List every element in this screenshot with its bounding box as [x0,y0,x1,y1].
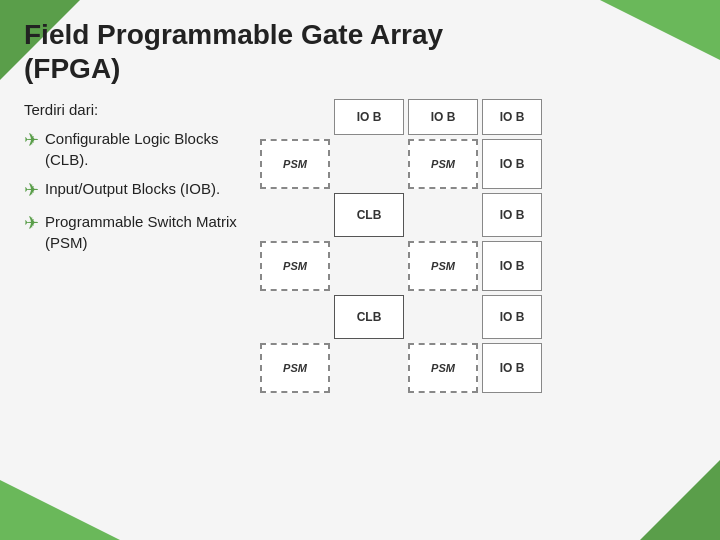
bullet-icon-iob: ✈ [24,178,39,203]
bullet-icon-clb: ✈ [24,128,39,153]
main-body: Terdiri dari: ✈ Configurable Logic Block… [24,99,696,526]
bullet-icon-psm: ✈ [24,211,39,236]
bullet-item-psm: ✈ Programmable Switch Matrix (PSM) [24,211,244,253]
iob-r1c4: IO B [482,99,542,135]
psm-r2c3: PSM [408,139,478,189]
content-area: Field Programmable Gate Array (FPGA) Ter… [0,0,720,540]
grid-r3c3-empty [408,193,478,237]
right-panel: IO B IO B IO B PSM PSM IO B CLB IO B PSM [260,99,696,526]
iob-r2c4: IO B [482,139,542,189]
psm-r4c1: PSM [260,241,330,291]
grid-r4c2-empty [334,241,404,291]
title-line2: (FPGA) [24,53,120,84]
psm-r2c1: PSM [260,139,330,189]
grid-r5c1-empty [260,295,330,339]
title-line1: Field Programmable Gate Array [24,19,443,50]
iob-r1c2: IO B [334,99,404,135]
clb-r3c2: CLB [334,193,404,237]
bullet-text-psm: Programmable Switch Matrix (PSM) [45,211,244,253]
bullet-text-iob: Input/Output Blocks (IOB). [45,178,220,199]
psm-r4c3: PSM [408,241,478,291]
clb-r5c2: CLB [334,295,404,339]
grid-r2c2-empty [334,139,404,189]
iob-r5c4: IO B [482,295,542,339]
psm-r6c1: PSM [260,343,330,393]
intro-text: Terdiri dari: [24,99,244,122]
grid-r3c1-empty [260,193,330,237]
bullet-text-clb: Configurable Logic Blocks (CLB). [45,128,244,170]
grid-r1c1-empty [260,99,330,135]
iob-r1c3: IO B [408,99,478,135]
left-panel: Terdiri dari: ✈ Configurable Logic Block… [24,99,244,526]
slide: Field Programmable Gate Array (FPGA) Ter… [0,0,720,540]
psm-r6c3: PSM [408,343,478,393]
grid-r6c2-empty [334,343,404,393]
iob-r4c4: IO B [482,241,542,291]
bullet-item-clb: ✈ Configurable Logic Blocks (CLB). [24,128,244,170]
iob-r6c4: IO B [482,343,542,393]
page-title: Field Programmable Gate Array (FPGA) [24,18,696,85]
fpga-grid: IO B IO B IO B PSM PSM IO B CLB IO B PSM [260,99,696,393]
bullet-item-iob: ✈ Input/Output Blocks (IOB). [24,178,244,203]
grid-r5c3-empty [408,295,478,339]
iob-r3c4: IO B [482,193,542,237]
